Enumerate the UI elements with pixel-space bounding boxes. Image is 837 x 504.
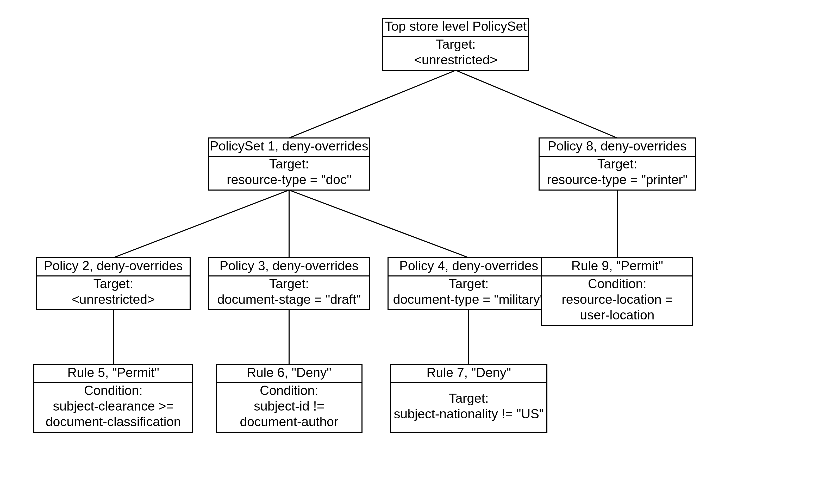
node-body-line: resource-type = "doc" — [227, 172, 352, 187]
node-rule9: Rule 9, "Permit"Condition:resource-locat… — [542, 258, 693, 325]
node-body-line: document-stage = "draft" — [217, 292, 361, 307]
node-body-line: resource-type = "printer" — [547, 172, 688, 187]
node-body-line: subject-nationality != "US" — [394, 407, 544, 421]
node-rule6: Rule 6, "Deny"Condition:subject-id !=doc… — [216, 364, 362, 432]
node-body-line: Target: — [93, 276, 133, 291]
node-rule7: Rule 7, "Deny"Target:subject-nationality… — [391, 364, 547, 432]
policy-tree-diagram: Top store level PolicySetTarget:<unrestr… — [0, 0, 837, 504]
node-body-line: user-location — [580, 308, 655, 322]
node-title: Policy 4, deny-overrides — [399, 258, 538, 273]
node-title: Rule 6, "Deny" — [247, 365, 332, 380]
node-body-line: Target: — [269, 276, 309, 291]
node-ps1: PolicySet 1, deny-overridesTarget:resour… — [208, 138, 370, 190]
node-body-line: Condition: — [84, 383, 142, 398]
node-rule5: Rule 5, "Permit"Condition:subject-cleara… — [34, 364, 193, 432]
node-pol4: Policy 4, deny-overridesTarget:document-… — [388, 258, 550, 310]
edge-root-to-pol8 — [456, 70, 617, 138]
nodes-layer: Top store level PolicySetTarget:<unrestr… — [34, 18, 695, 432]
node-body-line: document-author — [240, 414, 338, 429]
edge-root-to-ps1 — [289, 70, 456, 138]
node-title: Rule 7, "Deny" — [427, 365, 511, 380]
node-body-line: Target: — [449, 276, 489, 291]
node-body-line: Target: — [598, 157, 637, 171]
node-pol8: Policy 8, deny-overridesTarget:resource-… — [539, 138, 695, 190]
node-body-line: <unrestricted> — [72, 292, 155, 307]
node-body-line: resource-location = — [562, 292, 673, 307]
node-body-line: document-classification — [46, 414, 181, 429]
node-body-line: subject-id != — [254, 399, 324, 413]
node-title: Top store level PolicySet — [385, 19, 527, 34]
node-body-line: Condition: — [260, 383, 318, 398]
node-body-line: Condition: — [588, 276, 646, 291]
node-body-line: <unrestricted> — [414, 53, 497, 67]
node-body-line: subject-clearance >= — [53, 399, 174, 413]
node-title: Policy 8, deny-overrides — [548, 139, 687, 153]
node-title: Policy 2, deny-overrides — [44, 258, 183, 273]
node-body-line: Target: — [269, 157, 309, 171]
node-pol3: Policy 3, deny-overridesTarget:document-… — [208, 258, 370, 310]
node-body-line: Target: — [436, 37, 476, 52]
node-title: Rule 9, "Permit" — [571, 258, 663, 273]
edge-ps1-to-pol2 — [113, 190, 289, 258]
node-root: Top store level PolicySetTarget:<unrestr… — [383, 18, 529, 70]
edge-ps1-to-pol4 — [289, 190, 469, 258]
node-body-line: Target: — [449, 391, 489, 406]
node-title: Rule 5, "Permit" — [68, 365, 159, 380]
node-pol2: Policy 2, deny-overridesTarget:<unrestri… — [36, 258, 190, 310]
node-body-line: document-type = "military" — [393, 292, 545, 307]
node-title: Policy 3, deny-overrides — [219, 258, 359, 273]
node-title: PolicySet 1, deny-overrides — [210, 139, 369, 153]
